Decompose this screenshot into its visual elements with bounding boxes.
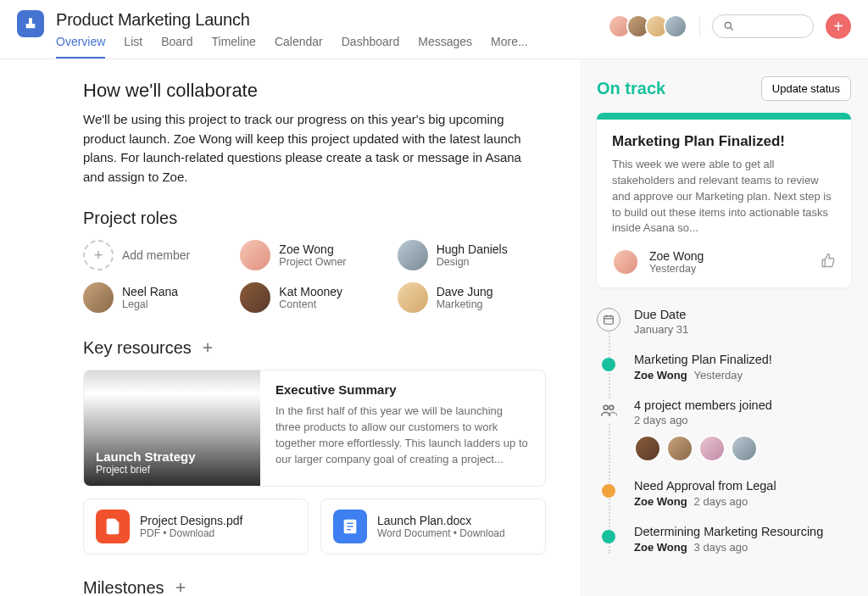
project-title: Product Marketing Launch [56, 10, 608, 30]
brief-thumbnail: Launch Strategy Project brief [84, 370, 260, 486]
project-tabs: OverviewListBoardTimelineCalendarDashboa… [56, 35, 608, 58]
author-name: Zoe Wong [649, 249, 810, 263]
timeline-item[interactable]: Determining Marketing ResourcingZoe Wong… [634, 525, 851, 554]
tab-list[interactable]: List [124, 35, 142, 58]
author-time: Yesterday [649, 263, 810, 275]
timeline-item[interactable]: Due DateJanuary 31 [634, 308, 851, 336]
status-dot-icon [602, 484, 615, 498]
add-member-button[interactable]: +Add member [83, 240, 231, 270]
brief-title: Executive Summary [275, 382, 530, 397]
status-label: On track [597, 79, 665, 98]
svg-point-2 [725, 22, 731, 28]
main-content: How we'll collaborate We'll be using thi… [0, 59, 580, 596]
status-sidebar: On track Update status Marketing Plan Fi… [580, 59, 868, 596]
create-button[interactable]: + [826, 14, 851, 39]
member-avatar [698, 435, 726, 462]
svg-rect-0 [29, 18, 32, 24]
member-avatar [666, 435, 693, 462]
like-icon[interactable] [821, 253, 836, 271]
word-icon [333, 510, 367, 543]
role-member[interactable]: Dave JungMarketing [398, 282, 546, 313]
author-avatar [612, 248, 639, 276]
search-icon [723, 20, 735, 32]
svg-point-16 [604, 405, 608, 409]
project-brief-card[interactable]: Launch Strategy Project brief Executive … [83, 370, 546, 487]
role-member[interactable]: Hugh DanielsDesign [398, 240, 546, 270]
file-attachment[interactable]: Launch Plan.docxWord Document • Download [320, 499, 546, 554]
svg-point-17 [609, 405, 614, 409]
activity-timeline: Due DateJanuary 31Marketing Plan Finaliz… [597, 308, 851, 554]
member-avatar [731, 435, 758, 462]
roles-heading: Project roles [83, 209, 177, 228]
status-card-title: Marketing Plan Finalized! [612, 133, 836, 150]
status-update-card[interactable]: Marketing Plan Finalized! This week we w… [597, 113, 851, 287]
status-card-body: This week we were able to get all stakeh… [612, 157, 836, 237]
tab-dashboard[interactable]: Dashboard [342, 35, 400, 58]
tab-overview[interactable]: Overview [56, 35, 105, 58]
resources-heading: Key resources [83, 338, 192, 358]
project-icon [17, 10, 44, 37]
search-input[interactable] [712, 14, 814, 38]
role-member[interactable]: Zoe WongProject Owner [240, 240, 388, 270]
app-header: Product Marketing Launch OverviewListBoa… [0, 0, 868, 59]
update-status-button[interactable]: Update status [761, 76, 851, 101]
tab-messages[interactable]: Messages [418, 35, 472, 58]
member-avatars[interactable] [608, 14, 687, 38]
tab-more[interactable]: More... [491, 35, 528, 58]
brief-body: In the first half of this year we will b… [275, 404, 530, 467]
add-resource-button[interactable] [200, 340, 217, 357]
pdf-icon [96, 510, 130, 543]
tab-board[interactable]: Board [161, 35, 192, 58]
timeline-item[interactable]: Marketing Plan Finalized!Zoe WongYesterd… [634, 353, 851, 382]
collab-heading: How we'll collaborate [83, 80, 546, 102]
tab-timeline[interactable]: Timeline [212, 35, 256, 58]
status-dot-icon [602, 530, 615, 543]
timeline-item[interactable]: Need Approval from LegalZoe Wong2 days a… [634, 479, 851, 508]
svg-rect-1 [26, 24, 36, 28]
svg-rect-12 [604, 316, 614, 324]
add-milestone-button[interactable] [173, 580, 190, 597]
timeline-item[interactable]: 4 project members joined2 days ago [634, 398, 851, 462]
collab-body: We'll be using this project to track our… [83, 110, 524, 187]
milestones-heading: Milestones [83, 578, 164, 596]
project-roles: +Add memberZoe WongProject OwnerHugh Dan… [83, 240, 546, 313]
file-attachment[interactable]: Project Designs.pdfPDF • Download [83, 499, 309, 554]
calendar-icon [597, 308, 620, 331]
role-member[interactable]: Neel RanaLegal [83, 282, 231, 313]
role-member[interactable]: Kat MooneyContent [240, 282, 388, 313]
status-dot-icon [602, 358, 615, 371]
people-icon [597, 398, 620, 422]
svg-line-3 [731, 28, 733, 31]
member-avatar [634, 435, 661, 462]
tab-calendar[interactable]: Calendar [275, 35, 323, 58]
file-attachments: Project Designs.pdfPDF • DownloadLaunch … [83, 499, 546, 554]
